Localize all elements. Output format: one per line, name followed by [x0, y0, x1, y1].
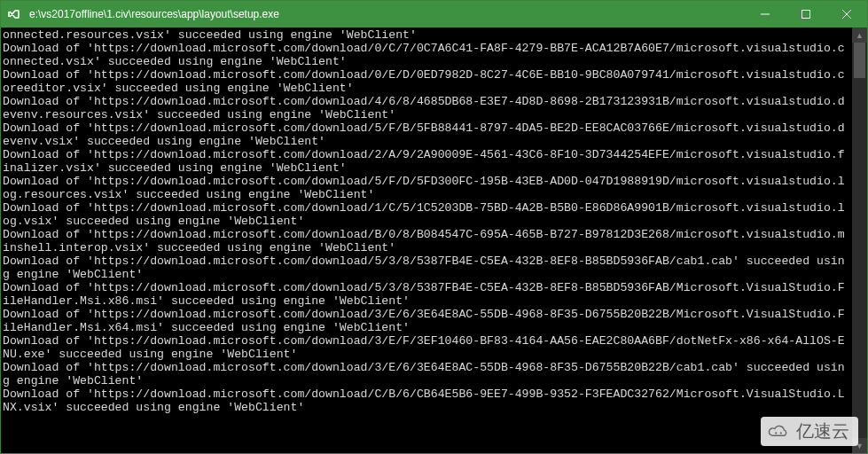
vertical-scrollbar[interactable]: ▲ ▼	[852, 27, 867, 453]
titlebar[interactable]: e:\vs2017offline\1.civ\resources\app\lay…	[1, 1, 867, 27]
vs-infinity-icon	[1, 7, 27, 21]
cloud-icon	[766, 424, 791, 440]
scroll-track[interactable]	[852, 43, 867, 438]
watermark: 亿速云	[761, 417, 858, 446]
scroll-up-button[interactable]: ▲	[852, 27, 867, 43]
svg-point-1	[775, 432, 777, 434]
svg-point-2	[780, 432, 782, 434]
watermark-text: 亿速云	[796, 419, 849, 443]
svg-rect-0	[802, 11, 810, 19]
console-output: onnected.resources.vsix' succeeded using…	[1, 27, 852, 453]
maximize-button[interactable]	[786, 1, 826, 27]
client-area: onnected.resources.vsix' succeeded using…	[1, 27, 867, 453]
window-controls	[745, 1, 867, 27]
close-button[interactable]	[826, 1, 867, 27]
app-window: e:\vs2017offline\1.civ\resources\app\lay…	[0, 0, 868, 454]
scroll-thumb[interactable]	[854, 43, 865, 78]
window-title: e:\vs2017offline\1.civ\resources\app\lay…	[27, 8, 745, 20]
minimize-button[interactable]	[745, 1, 786, 27]
